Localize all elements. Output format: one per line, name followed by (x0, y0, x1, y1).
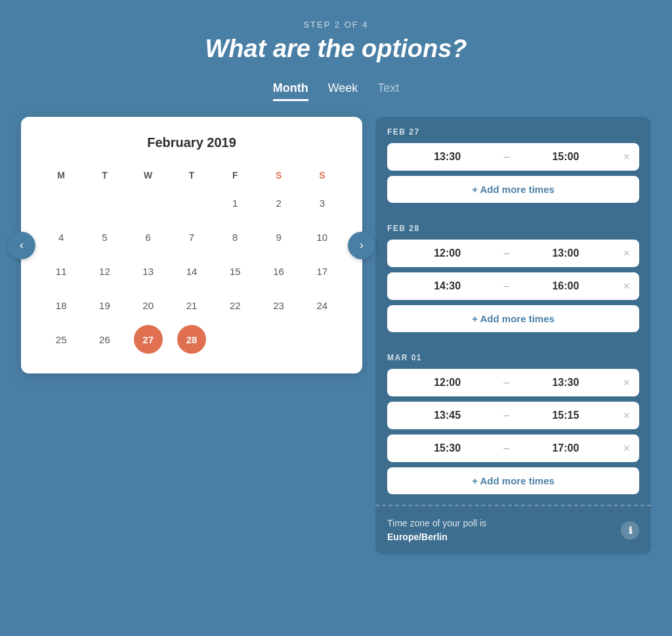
day-header-t1: T (84, 166, 125, 184)
calendar-day-empty (134, 188, 163, 217)
calendar: February 2019 M T W T F S S 1 2 (21, 117, 362, 373)
time-start-mar01-3: 15:30 (396, 442, 498, 454)
page-title: What are the options? (205, 35, 467, 63)
day-header-w: W (128, 166, 169, 184)
time-start-feb28-1: 12:00 (396, 247, 498, 259)
timezone-label: Time zone of your poll is (387, 518, 486, 528)
time-slot-feb27-1: 13:30 – 15:00 × (387, 143, 639, 171)
info-icon[interactable]: ℹ (621, 521, 639, 540)
calendar-day-12[interactable]: 12 (90, 257, 119, 286)
time-end-feb28-1: 13:00 (514, 247, 616, 259)
calendar-grid: M T W T F S S 1 2 3 4 (41, 166, 343, 355)
add-more-feb28[interactable]: + Add more times (387, 305, 639, 332)
time-slot-feb28-2: 14:30 – 16:00 × (387, 272, 639, 300)
time-dash: – (498, 151, 514, 163)
section-feb28: FEB 28 12:00 – 13:00 × 14:30 – 16:00 × +… (375, 213, 651, 343)
calendar-day-6[interactable]: 6 (134, 223, 163, 251)
tab-text[interactable]: Text (377, 81, 399, 101)
time-slot-mar01-3: 15:30 – 17:00 × (387, 435, 639, 462)
calendar-day-empty (177, 188, 206, 217)
time-start-feb28-2: 14:30 (396, 280, 498, 292)
day-header-m: M (41, 166, 81, 184)
time-dash: – (498, 280, 514, 292)
time-slot-mar01-2: 13:45 – 15:15 × (387, 402, 639, 429)
calendar-day-10[interactable]: 10 (308, 223, 337, 251)
section-mar01: MAR 01 12:00 – 13:30 × 13:45 – 15:15 × 1… (375, 343, 651, 505)
calendar-day-9[interactable]: 9 (264, 223, 293, 251)
time-end-mar01-2: 15:15 (514, 410, 616, 421)
tabs-nav: Month Week Text (273, 81, 400, 101)
day-header-s1: S (258, 166, 299, 184)
step-label: STEP 2 OF 4 (303, 20, 368, 30)
calendar-day-7[interactable]: 7 (177, 223, 206, 251)
time-slot-mar01-1: 12:00 – 13:30 × (387, 369, 639, 396)
remove-slot-feb28-2[interactable]: × (623, 280, 631, 292)
calendar-day-16[interactable]: 16 (264, 257, 293, 286)
page-container: STEP 2 OF 4 What are the options? Month … (13, 20, 659, 555)
tab-week[interactable]: Week (328, 81, 358, 101)
calendar-day-empty (220, 325, 249, 354)
calendar-day-2[interactable]: 2 (264, 188, 293, 217)
time-start-feb27-1: 13:30 (396, 151, 498, 163)
remove-slot-mar01-2[interactable]: × (623, 410, 631, 421)
timezone-section: Time zone of your poll is Europe/Berlin … (375, 505, 651, 555)
time-end-mar01-1: 13:30 (514, 377, 616, 389)
timezone-info: Time zone of your poll is Europe/Berlin (387, 517, 486, 544)
remove-slot-mar01-1[interactable]: × (623, 377, 631, 389)
calendar-day-empty (47, 188, 75, 217)
time-start-mar01-2: 13:45 (396, 410, 498, 421)
day-header-t2: T (171, 166, 212, 184)
calendar-day-18[interactable]: 18 (47, 291, 75, 320)
calendar-day-8[interactable]: 8 (220, 223, 249, 251)
tab-month[interactable]: Month (273, 81, 308, 101)
time-dash: – (498, 377, 514, 389)
calendar-day-24[interactable]: 24 (308, 291, 337, 320)
day-header-s2: S (302, 166, 343, 184)
timezone-value: Europe/Berlin (387, 530, 486, 544)
calendar-day-27[interactable]: 27 (134, 325, 163, 354)
calendar-day-20[interactable]: 20 (134, 291, 163, 320)
calendar-day-19[interactable]: 19 (90, 291, 119, 320)
time-dash: – (498, 442, 514, 454)
time-end-mar01-3: 17:00 (514, 442, 616, 454)
calendar-day-17[interactable]: 17 (308, 257, 337, 286)
time-start-mar01-1: 12:00 (396, 377, 498, 389)
calendar-day-3[interactable]: 3 (308, 188, 337, 217)
calendar-day-22[interactable]: 22 (220, 291, 249, 320)
calendar-day-11[interactable]: 11 (47, 257, 75, 286)
calendar-day-5[interactable]: 5 (90, 223, 119, 251)
main-content: ‹ February 2019 M T W T F S S (21, 117, 651, 555)
calendar-day-14[interactable]: 14 (177, 257, 206, 286)
time-dash: – (498, 247, 514, 259)
add-more-mar01[interactable]: + Add more times (387, 467, 639, 494)
calendar-month-year: February 2019 (41, 135, 343, 150)
prev-month-button[interactable]: ‹ (8, 232, 35, 259)
remove-slot-mar01-3[interactable]: × (623, 442, 631, 454)
calendar-day-26[interactable]: 26 (90, 325, 119, 354)
section-feb27: FEB 27 13:30 – 15:00 × + Add more times (375, 117, 651, 213)
next-month-button[interactable]: › (348, 232, 375, 259)
right-panel: FEB 27 13:30 – 15:00 × + Add more times … (375, 117, 651, 555)
time-slot-feb28-1: 12:00 – 13:00 × (387, 240, 639, 267)
date-label-mar01: MAR 01 (387, 353, 639, 362)
time-dash: – (498, 410, 514, 421)
day-header-f: F (215, 166, 255, 184)
calendar-day-4[interactable]: 4 (47, 223, 75, 251)
remove-slot-feb28-1[interactable]: × (623, 247, 631, 259)
calendar-day-empty (308, 325, 337, 354)
time-end-feb27-1: 15:00 (514, 151, 616, 163)
remove-slot-feb27-1[interactable]: × (623, 151, 631, 163)
time-end-feb28-2: 16:00 (514, 280, 616, 292)
calendar-wrapper: ‹ February 2019 M T W T F S S (21, 117, 362, 373)
date-label-feb27: FEB 27 (387, 127, 639, 137)
calendar-day-1[interactable]: 1 (220, 188, 249, 217)
calendar-day-empty (264, 325, 293, 354)
calendar-day-21[interactable]: 21 (177, 291, 206, 320)
add-more-feb27[interactable]: + Add more times (387, 176, 639, 203)
calendar-day-23[interactable]: 23 (264, 291, 293, 320)
calendar-day-13[interactable]: 13 (134, 257, 163, 286)
calendar-day-15[interactable]: 15 (220, 257, 249, 286)
calendar-day-25[interactable]: 25 (47, 325, 75, 354)
calendar-day-28[interactable]: 28 (177, 325, 206, 354)
calendar-day-empty (90, 188, 119, 217)
